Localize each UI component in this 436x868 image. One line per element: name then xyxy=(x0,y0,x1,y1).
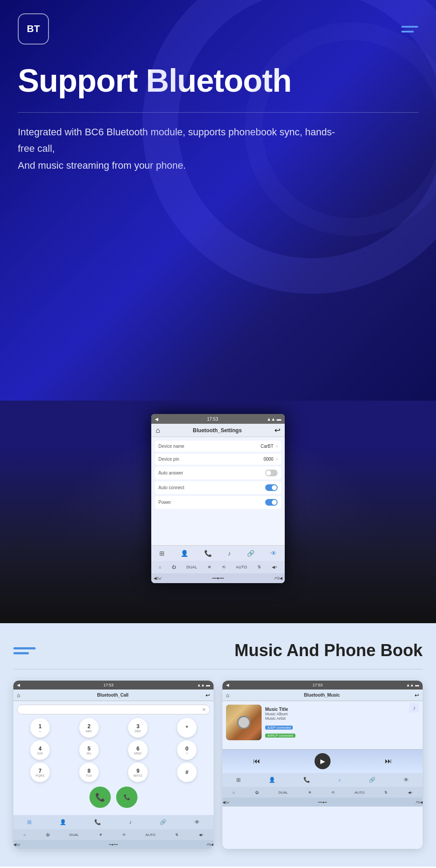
music-screens-container: ◀ 17:53 ▲▲ ▬ ⌂ Bluetooth_Call ↩ ✕ 1— 2AB… xyxy=(13,681,423,849)
menu-button[interactable] xyxy=(401,26,418,32)
key-2[interactable]: 2ABC xyxy=(79,718,99,738)
music-album: Music Album xyxy=(265,712,419,716)
link-icon-music[interactable]: 🔗 xyxy=(369,777,375,783)
key-0[interactable]: 0+ xyxy=(177,740,197,760)
ac-home[interactable]: ⌂ xyxy=(159,565,161,569)
ac-fan[interactable]: ⇅ xyxy=(258,565,261,569)
cv-down[interactable]: ↙ xyxy=(18,843,21,847)
m-ac-auto: AUTO xyxy=(355,791,364,795)
music-signal: ▲▲ ▬ xyxy=(406,683,419,687)
next-button[interactable]: ⏭ xyxy=(385,757,392,765)
c-ac-pwr[interactable]: ⏻ xyxy=(46,833,49,837)
music-divider xyxy=(13,669,423,669)
mv-down[interactable]: ↙ xyxy=(227,800,230,804)
m-ac-pwr[interactable]: ⏻ xyxy=(255,791,258,795)
key-hash[interactable]: # xyxy=(177,763,197,782)
home-icon[interactable]: ⌂ xyxy=(156,426,160,434)
ac-power[interactable]: ⏻ xyxy=(172,565,176,569)
album-art-image xyxy=(226,705,262,740)
auto-answer-toggle[interactable] xyxy=(265,470,278,476)
key-9[interactable]: 9WXYZ xyxy=(128,763,148,782)
vol-back[interactable]: ◀ xyxy=(153,576,157,580)
grid-icon-call[interactable]: ⊞ xyxy=(27,815,32,829)
person-icon-music[interactable]: 👤 xyxy=(269,777,275,783)
phone-icon-music[interactable]: 📞 xyxy=(303,777,310,783)
key-7[interactable]: 7PQRS xyxy=(30,763,50,782)
music-back-icon[interactable]: ↩ xyxy=(415,692,419,698)
m-ac-fan[interactable]: ⇅ xyxy=(384,791,388,795)
music-back-btn[interactable]: ◀ xyxy=(226,683,229,687)
play-button[interactable]: ▶ xyxy=(315,753,331,769)
auto-connect-toggle[interactable] xyxy=(265,484,278,491)
key-1[interactable]: 1— xyxy=(30,718,50,738)
back-icon[interactable]: ↩ xyxy=(275,426,280,434)
eye-icon[interactable]: 👁 xyxy=(270,550,277,557)
hero-divider xyxy=(18,112,418,113)
grid-icon-music[interactable]: ⊞ xyxy=(236,777,241,783)
auto-answer-row[interactable]: Auto answer xyxy=(155,466,281,479)
mv-mute[interactable]: ◀ xyxy=(420,800,423,804)
eye-icon-music[interactable]: 👁 xyxy=(404,777,409,783)
key-4[interactable]: 4GHI xyxy=(30,740,50,760)
vol-down[interactable]: ↙ xyxy=(159,576,162,580)
cv-up[interactable]: ↗ xyxy=(206,843,209,847)
link-icon[interactable]: 🔗 xyxy=(247,550,254,557)
ac-recycle[interactable]: ⟲ xyxy=(222,565,226,569)
m-ac-rec[interactable]: ⟲ xyxy=(331,791,335,795)
c-ac-rec[interactable]: ⟲ xyxy=(122,833,125,837)
ac-vol[interactable]: ◀+ xyxy=(272,565,277,569)
m-ac-home[interactable]: ⌂ xyxy=(233,791,235,795)
hangup-button[interactable]: 📞 xyxy=(116,787,137,808)
music-icon[interactable]: ♪ xyxy=(228,550,231,557)
grid-icon[interactable]: ⊞ xyxy=(159,550,165,557)
device-name-row[interactable]: Device name CarBT › xyxy=(155,441,281,452)
key-8[interactable]: 8TUV xyxy=(79,763,99,782)
power-toggle[interactable] xyxy=(265,499,278,506)
cv-mute[interactable]: ◀ xyxy=(211,843,214,847)
key-star[interactable]: * xyxy=(177,718,197,738)
music-icon-call[interactable]: ♪ xyxy=(129,819,132,825)
call-search-bar[interactable]: ✕ xyxy=(17,705,210,714)
phone-icon[interactable]: 📞 xyxy=(204,550,212,557)
screen-nav-bar: ⌂ Bluetooth_Settings ↩ xyxy=(151,424,285,437)
c-ac-snow[interactable]: ❄ xyxy=(99,833,102,837)
eye-icon-call[interactable]: 👁 xyxy=(194,819,200,825)
call-back-btn[interactable]: ◀ xyxy=(17,683,20,687)
cv-slider[interactable]: ━●━━ xyxy=(21,843,206,847)
hero-description: Integrated with BC6 Bluetooth module, su… xyxy=(18,124,338,174)
person-icon-call[interactable]: 👤 xyxy=(60,819,66,825)
music-note-button[interactable]: ♪ xyxy=(409,703,419,713)
music-home-icon[interactable]: ⌂ xyxy=(226,692,229,698)
prev-button[interactable]: ⏮ xyxy=(253,757,260,765)
settings-content: Device name CarBT › Device pin 0000 › xyxy=(151,437,285,545)
link-icon-call[interactable]: 🔗 xyxy=(160,819,166,825)
m-ac-vol[interactable]: ◀+ xyxy=(408,791,413,795)
mv-up[interactable]: ↗ xyxy=(415,800,418,804)
key-3[interactable]: 3DEF xyxy=(128,718,148,738)
c-ac-fan[interactable]: ⇅ xyxy=(175,833,178,837)
device-pin-row[interactable]: Device pin 0000 › xyxy=(155,454,281,465)
vol-up[interactable]: ↗ xyxy=(274,576,277,580)
music-note-icon[interactable]: ♪ xyxy=(338,777,341,783)
call-back-icon[interactable]: ↩ xyxy=(206,692,210,698)
mv-slider[interactable]: ━━●━ xyxy=(230,800,415,804)
music-player-row: Music Title Music Album Music Artist A2D… xyxy=(226,705,419,740)
key-6[interactable]: 6MNO xyxy=(128,740,148,760)
phone-icon-call[interactable]: 📞 xyxy=(94,819,101,825)
dial-button[interactable]: 📞 xyxy=(89,787,111,808)
vol-slider[interactable]: ━━●━━ xyxy=(162,576,274,580)
vol-mute[interactable]: ◀ xyxy=(279,576,283,580)
device-name-label: Device name xyxy=(158,444,184,449)
c-ac-vol[interactable]: ◀+ xyxy=(199,833,204,837)
c-ac-home[interactable]: ⌂ xyxy=(24,833,26,837)
call-home-icon[interactable]: ⌂ xyxy=(17,692,20,698)
power-row[interactable]: Power xyxy=(155,496,281,509)
chevron-icon: › xyxy=(276,444,278,449)
person-icon[interactable]: 👤 xyxy=(181,550,188,557)
auto-connect-row[interactable]: Auto connect xyxy=(155,481,281,494)
search-clear-icon[interactable]: ✕ xyxy=(202,707,206,713)
ac-snowflake[interactable]: ❄ xyxy=(208,565,211,569)
key-5[interactable]: 5JKL xyxy=(79,740,99,760)
volume-bar: ◀ 0 ↙ ━━●━━ ↗ 0 ◀ xyxy=(151,573,285,583)
m-ac-snow[interactable]: ❄ xyxy=(308,791,311,795)
